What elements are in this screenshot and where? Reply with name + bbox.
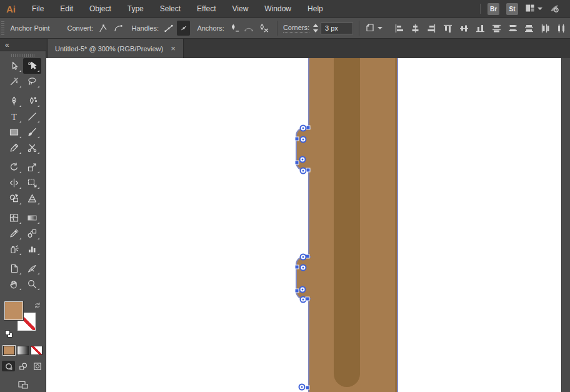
draw-inside-button[interactable] [31,361,44,371]
menu-select[interactable]: Select [152,0,189,18]
anchor-point[interactable] [296,138,299,141]
pen-tool[interactable] [5,93,23,109]
shape-builder-tool[interactable] [5,191,23,206]
toolbar-collapse-button[interactable]: « [0,39,46,51]
corners-input[interactable] [321,23,353,34]
show-handles-button[interactable] [162,21,176,36]
default-colors-icon[interactable] [4,329,13,341]
blend-tool[interactable] [23,226,41,241]
perspective-grid-tool[interactable] [23,191,41,206]
direct-selection-tool[interactable] [23,58,41,74]
menu-effect[interactable]: Effect [189,0,224,18]
mesh-tool[interactable] [5,210,23,226]
type-tool[interactable]: T [5,109,23,124]
anchor-point[interactable] [307,126,310,129]
width-tool[interactable] [5,175,23,191]
anchor-point[interactable] [306,386,309,389]
scale-tool[interactable] [23,159,41,175]
menu-window[interactable]: Window [256,0,299,18]
eyedropper-tool[interactable] [5,226,23,241]
fill-swatch[interactable] [4,301,23,320]
gpu-performance-icon[interactable] [549,3,560,15]
gradient-fill-button[interactable] [17,346,29,355]
magic-wand-tool[interactable] [5,74,23,89]
anchor-point[interactable] [296,289,299,293]
menu-type[interactable]: Type [119,0,152,18]
selected-path-left-edge[interactable] [308,58,309,392]
path-bump-2[interactable] [296,256,311,299]
menu-view[interactable]: View [224,0,257,18]
scissors-tool[interactable] [23,140,41,156]
zoom-tool[interactable] [23,276,41,292]
vertical-align-top-button[interactable] [440,20,456,36]
none-fill-button[interactable] [31,346,42,355]
slice-tool[interactable] [23,261,41,276]
menu-help[interactable]: Help [299,0,331,18]
gradient-tool[interactable] [23,210,41,226]
live-corner-widget[interactable] [300,264,307,271]
stepper-down-icon[interactable] [313,29,318,33]
menu-file[interactable]: File [24,0,52,18]
artboard-tool[interactable] [5,261,23,276]
canvas[interactable] [46,58,561,392]
stepper-up-icon[interactable] [313,24,318,27]
anchor-point[interactable] [307,169,310,172]
toolbar-grip[interactable] [11,54,35,57]
anchor-point[interactable] [296,161,299,164]
anchor-point[interactable] [306,298,309,301]
color-fill-button[interactable] [3,346,15,355]
vertical-align-bottom-button[interactable] [472,20,489,36]
workspace-switcher[interactable] [525,3,542,15]
vertical-distribute-center-button[interactable] [505,20,521,36]
cut-path-button[interactable] [257,21,271,36]
pencil-tool[interactable] [5,140,23,156]
vertical-align-center-button[interactable] [456,20,472,36]
screen-mode-button[interactable] [18,379,29,392]
live-corner-widget[interactable] [300,125,307,132]
bridge-button[interactable]: Br [488,3,499,15]
vertical-distribute-bottom-button[interactable] [521,20,538,36]
live-corner-widget[interactable] [300,168,307,174]
draw-behind-button[interactable] [16,361,29,371]
horizontal-align-right-button[interactable] [424,20,440,36]
lasso-tool[interactable] [23,74,41,89]
draw-normal-button[interactable] [2,361,15,371]
menu-edit[interactable]: Edit [52,0,81,18]
live-corner-widget[interactable] [299,384,306,391]
paintbrush-tool[interactable] [23,124,41,140]
connect-anchors-button[interactable] [242,21,256,36]
live-corner-widget[interactable] [300,254,307,261]
column-graph-tool[interactable] [23,241,41,257]
document-tab[interactable]: Untitled-5* @ 300% (RGB/Preview) × [48,39,184,58]
curvature-tool[interactable] [23,93,41,109]
selection-tool[interactable] [5,58,23,74]
shape-properties-button[interactable] [365,23,382,34]
menu-object[interactable]: Object [81,0,119,18]
vertical-distribute-top-button[interactable] [489,20,505,36]
convert-to-corner-button[interactable] [96,21,110,36]
live-corner-widget[interactable] [300,136,307,143]
artwork-dark-stripe[interactable] [334,58,360,387]
path-bump-1[interactable] [296,128,311,171]
swap-fill-stroke-icon[interactable] [33,301,42,312]
hide-handles-button[interactable] [177,21,191,36]
live-corner-widget[interactable] [299,156,306,163]
selected-path-right-edge[interactable] [397,58,398,392]
rectangle-tool[interactable] [5,124,23,140]
line-segment-tool[interactable] [23,109,41,124]
symbol-sprayer-tool[interactable] [5,241,23,257]
stock-button[interactable]: St [506,3,518,15]
horizontal-distribute-center-button[interactable] [554,20,570,36]
free-transform-tool[interactable] [23,175,41,191]
remove-anchor-button[interactable] [228,21,241,36]
anchor-point[interactable] [296,266,299,269]
corners-link[interactable]: Corners: [283,24,309,33]
horizontal-align-left-button[interactable] [391,20,408,36]
horizontal-distribute-left-button[interactable] [538,20,554,36]
corners-stepper[interactable] [313,24,318,33]
tab-close-icon[interactable]: × [171,44,176,53]
live-corner-widget[interactable] [299,286,306,293]
rotate-tool[interactable] [5,159,23,175]
controlbar-grip[interactable] [1,21,4,35]
hand-tool[interactable] [5,276,23,292]
